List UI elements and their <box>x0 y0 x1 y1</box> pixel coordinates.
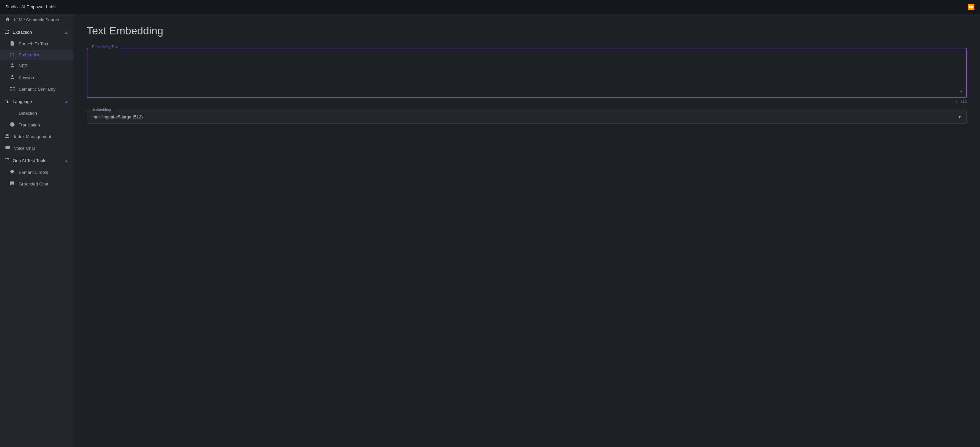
embedding-icon: [ ] <box>10 52 15 57</box>
sidebar: LLM / Semantic Search Extraction ▲ Speec… <box>0 14 73 447</box>
sidebar-item-keyword[interactable]: Keyword <box>0 72 73 83</box>
main-layout: LLM / Semantic Search Extraction ▲ Speec… <box>0 14 980 447</box>
embedding-text-label: Embedding Text <box>91 45 120 49</box>
sidebar-section-extraction[interactable]: Extraction ▲ <box>0 26 73 38</box>
sidebar-item-label: Semantic Tools <box>19 170 48 175</box>
language-chevron: ▲ <box>64 99 68 104</box>
detection-icon <box>10 110 15 116</box>
sidebar-item-llm-semantic-search[interactable]: LLM / Semantic Search <box>0 14 73 26</box>
voice-chat-icon <box>5 145 11 151</box>
sidebar-section-language[interactable]: Language ▲ <box>0 95 73 107</box>
gen-ai-section-label: Gen AI Test Tools <box>13 158 46 163</box>
grounded-chat-icon <box>10 181 15 187</box>
svg-point-5 <box>10 170 14 173</box>
sidebar-item-embedding[interactable]: [ ] Embedding <box>0 50 73 60</box>
sidebar-item-index-management[interactable]: Index Management <box>0 131 73 142</box>
gen-ai-chevron: ▲ <box>64 159 68 163</box>
char-count: 0 / 512 <box>87 99 967 103</box>
sidebar-section-gen-ai-test-tools[interactable]: Gen AI Test Tools ▲ <box>0 154 73 167</box>
keyword-icon <box>10 75 15 81</box>
embedding-select-wrapper: Embedding multilingual-e5-large (512) ▼ <box>87 110 967 124</box>
ner-icon <box>10 63 15 69</box>
app-title[interactable]: Studio - AI Empower Labs <box>5 4 56 10</box>
sidebar-item-label: Keyword <box>19 75 36 80</box>
sidebar-item-semantic-similarity[interactable]: Semantic Similarity <box>0 83 73 95</box>
index-management-icon <box>5 134 11 140</box>
embedding-text-field-group: Embedding Text 0 / 512 <box>87 48 967 103</box>
sidebar-item-label: Voice Chat <box>14 146 35 151</box>
sidebar-item-grounded-chat[interactable]: Grounded Chat <box>0 178 73 190</box>
extraction-section-label: Extraction <box>13 30 32 35</box>
sidebar-item-label: Semantic Similarity <box>19 87 56 92</box>
sidebar-item-voice-chat[interactable]: Voice Chat <box>0 142 73 154</box>
sidebar-item-semantic-tools[interactable]: Semantic Tools <box>0 167 73 178</box>
svg-rect-4 <box>5 146 10 149</box>
sidebar-item-detection[interactable]: Detection <box>0 107 73 119</box>
sidebar-item-label: Speech To Text <box>19 41 48 46</box>
sidebar-item-label: NER <box>19 64 28 68</box>
sidebar-item-label: LLM / Semantic Search <box>14 17 59 22</box>
semantic-similarity-icon <box>10 86 15 92</box>
extraction-icon <box>4 29 10 35</box>
sidebar-item-label: Embedding <box>19 52 41 57</box>
language-section-label: Language <box>13 99 32 104</box>
sidebar-item-speech-to-text[interactable]: Speech To Text <box>0 38 73 50</box>
translation-icon <box>10 122 15 128</box>
embedding-text-input[interactable] <box>91 52 962 92</box>
sidebar-item-label: Detection <box>19 111 37 116</box>
embedding-select[interactable]: multilingual-e5-large (512) <box>87 110 966 123</box>
embedding-select-group: Embedding multilingual-e5-large (512) ▼ <box>87 110 967 124</box>
extraction-chevron: ▲ <box>64 30 68 35</box>
sidebar-item-ner[interactable]: NER <box>0 60 73 72</box>
home-icon <box>5 17 11 23</box>
semantic-tools-icon <box>10 169 15 175</box>
topbar: Studio - AI Empower Labs ⏩ <box>0 0 980 14</box>
main-content: Text Embedding Embedding Text 0 / 512 Em… <box>73 14 980 447</box>
embedding-text-wrapper <box>87 48 967 98</box>
sidebar-item-label: Translation <box>19 122 40 127</box>
page-title: Text Embedding <box>87 25 967 37</box>
embedding-select-label: Embedding <box>91 107 112 111</box>
topbar-icon: ⏩ <box>967 3 975 11</box>
language-icon <box>4 99 10 105</box>
speech-to-text-icon <box>10 41 15 47</box>
gen-ai-tools-icon <box>4 157 10 164</box>
sidebar-item-translation[interactable]: Translation <box>0 119 73 131</box>
sidebar-item-label: Index Management <box>14 134 51 139</box>
sidebar-item-label: Grounded Chat <box>19 181 48 186</box>
